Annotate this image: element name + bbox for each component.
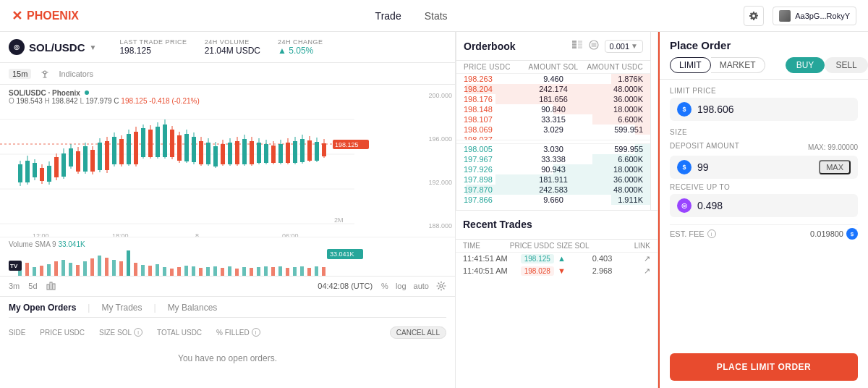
fee-row: EST. FEE i 0.019800 $ xyxy=(670,224,858,242)
svg-rect-138 xyxy=(300,266,304,276)
timeframe-3m[interactable]: 3m xyxy=(9,282,20,290)
rt-time: 11:41:51 AM xyxy=(463,254,521,263)
ob-bid-row[interactable]: 197.967 33.338 6.600K xyxy=(456,154,650,164)
svg-rect-137 xyxy=(293,267,297,276)
ob-increment-selector[interactable]: 0.001 ▼ xyxy=(605,40,643,53)
sell-button[interactable]: SELL xyxy=(825,57,867,73)
rt-link[interactable]: ↗ xyxy=(626,266,650,276)
recent-trades-title: Recent Trades xyxy=(463,219,532,230)
place-order-button[interactable]: PLACE LIMIT ORDER xyxy=(670,353,858,381)
limit-price-field[interactable]: $ 198.606 xyxy=(670,98,858,121)
orderbook-header: Orderbook 0.001 ▼ xyxy=(456,32,650,61)
svg-rect-124 xyxy=(199,268,203,276)
fee-info-icon: i xyxy=(707,229,716,238)
fee-label: EST. FEE i xyxy=(670,229,716,238)
ob-columns: PRICE USDC AMOUNT SOL AMOUNT USDC xyxy=(456,61,650,74)
ob-sort-icon[interactable] xyxy=(589,40,599,52)
ob-bid-row[interactable]: 197.870 242.583 48.000K xyxy=(456,185,650,195)
svg-rect-119 xyxy=(163,267,166,276)
header-price: PRICE USDC xyxy=(40,326,85,339)
svg-text:33.041K: 33.041K xyxy=(330,250,354,258)
auto-toggle[interactable]: auto xyxy=(414,282,429,290)
logo-icon: ✕ xyxy=(12,8,22,24)
ob-ask-row[interactable]: 198.148 90.840 18.000K xyxy=(456,104,650,114)
pair-selector[interactable]: ◎ SOL/USDC ▼ xyxy=(9,39,96,55)
fee-value: 0.019800 $ xyxy=(810,228,858,240)
ob-layout-icon[interactable] xyxy=(571,40,583,52)
orders-tabs: My Open Orders | My Trades | My Balances xyxy=(9,303,446,318)
ob-ask-row[interactable]: 198.069 3.029 599.951 xyxy=(456,125,650,135)
limit-tab[interactable]: LIMIT xyxy=(670,57,711,73)
svg-rect-106 xyxy=(69,263,72,276)
rt-link[interactable]: ↗ xyxy=(626,254,650,263)
tab-open-orders[interactable]: My Open Orders xyxy=(9,303,76,313)
empty-orders-message: You have no open orders. xyxy=(9,342,446,375)
deposit-field[interactable]: $ 99 MAX xyxy=(670,156,858,179)
chart-time-display: 04:42:08 (UTC) xyxy=(318,282,373,290)
rt-row: 11:40:51 AM 198.028 ▼ 2.968 ↗ xyxy=(456,265,658,277)
ob-bid-rows: 198.005 3.030 599.955 197.967 33.338 6.6… xyxy=(456,144,650,210)
place-order-title: Place Order xyxy=(670,39,858,51)
chart-type-icon[interactable] xyxy=(46,282,56,290)
indicators-btn[interactable]: Indicators xyxy=(59,69,93,78)
volume-stat: 24H VOLUME 21.04M USDC xyxy=(205,38,260,56)
rt-size: 0.403 xyxy=(578,254,626,263)
volume-area: Volume SMA 9 33.041K xyxy=(0,237,455,276)
nav-trade[interactable]: Trade xyxy=(375,10,401,22)
ob-bid-row[interactable]: 198.005 3.030 599.955 xyxy=(456,144,650,154)
ob-bid-row[interactable]: 197.866 9.660 1.911K xyxy=(456,195,650,205)
header-side: SIDE xyxy=(9,326,25,339)
gear-icon[interactable] xyxy=(436,281,446,291)
candlestick-chart: 198.125 12:00 18:00 8 06:00 2M xyxy=(0,85,455,237)
ob-ask-row[interactable]: 198.107 33.315 6.600K xyxy=(456,114,650,125)
ob-bid-row[interactable]: 197.926 90.943 18.000K xyxy=(456,164,650,174)
svg-rect-116 xyxy=(141,265,145,276)
svg-rect-107 xyxy=(76,265,80,276)
cancel-all-button[interactable]: CANCEL ALL xyxy=(390,326,446,339)
receive-section: RECEIVE UP TO ◎ 0.498 xyxy=(670,183,858,217)
svg-rect-123 xyxy=(192,266,195,276)
ob-col-total: AMOUNT USDC xyxy=(583,63,643,71)
orderbook-title: Orderbook xyxy=(464,41,571,52)
pct-toggle[interactable]: % xyxy=(381,282,388,290)
ob-ask-row[interactable]: 198.037 xyxy=(456,135,650,140)
svg-rect-152 xyxy=(572,46,576,48)
ob-bid-row[interactable]: 197.898 181.911 36.000K xyxy=(456,174,650,185)
chart-footer: 3m 5d 04:42:08 (UTC) % log auto xyxy=(0,276,455,296)
volume-bars: 33.041K xyxy=(0,247,455,276)
header-filled: % FILLED i xyxy=(216,326,260,339)
log-toggle[interactable]: log xyxy=(396,282,407,290)
timeframe-5d[interactable]: 5d xyxy=(28,282,37,290)
wallet-button[interactable]: Aa3pG...RokyY xyxy=(773,7,856,25)
svg-rect-135 xyxy=(278,266,282,276)
svg-rect-113 xyxy=(119,261,123,276)
svg-rect-155 xyxy=(578,46,582,48)
settings-button[interactable] xyxy=(744,6,764,26)
market-tab[interactable]: MARKET xyxy=(711,57,765,73)
timeframe-15m[interactable]: 15m xyxy=(9,69,31,79)
tab-my-balances[interactable]: My Balances xyxy=(168,303,218,313)
svg-rect-117 xyxy=(148,266,152,276)
rt-col-time: TIME xyxy=(463,242,510,250)
svg-rect-104 xyxy=(54,261,58,276)
svg-rect-151 xyxy=(572,43,576,46)
nav-stats[interactable]: Stats xyxy=(425,10,448,22)
tab-my-trades[interactable]: My Trades xyxy=(101,303,142,313)
ob-ask-row[interactable]: 198.176 181.656 36.000K xyxy=(456,94,650,104)
svg-rect-115 xyxy=(134,263,137,276)
buy-button[interactable]: BUY xyxy=(786,57,825,73)
orders-section: My Open Orders | My Trades | My Balances… xyxy=(0,297,455,388)
sol-icon: ◎ xyxy=(677,198,692,213)
ob-ask-row[interactable]: 198.204 242.174 48.000K xyxy=(456,84,650,94)
svg-rect-100 xyxy=(25,263,29,276)
limit-price-value: 198.606 xyxy=(697,104,851,115)
svg-rect-111 xyxy=(105,258,109,276)
last-trade-stat: LAST TRADE PRICE 198.125 xyxy=(119,38,187,56)
svg-rect-147 xyxy=(50,282,52,290)
header-size: SIZE SOL i xyxy=(99,326,142,339)
max-button[interactable]: MAX xyxy=(819,160,851,174)
chart-footer-options: % log auto xyxy=(381,281,446,291)
svg-rect-120 xyxy=(170,269,174,276)
ob-ask-row[interactable]: 198.263 9.460 1.876K xyxy=(456,74,650,84)
usdc-icon: $ xyxy=(677,102,692,117)
